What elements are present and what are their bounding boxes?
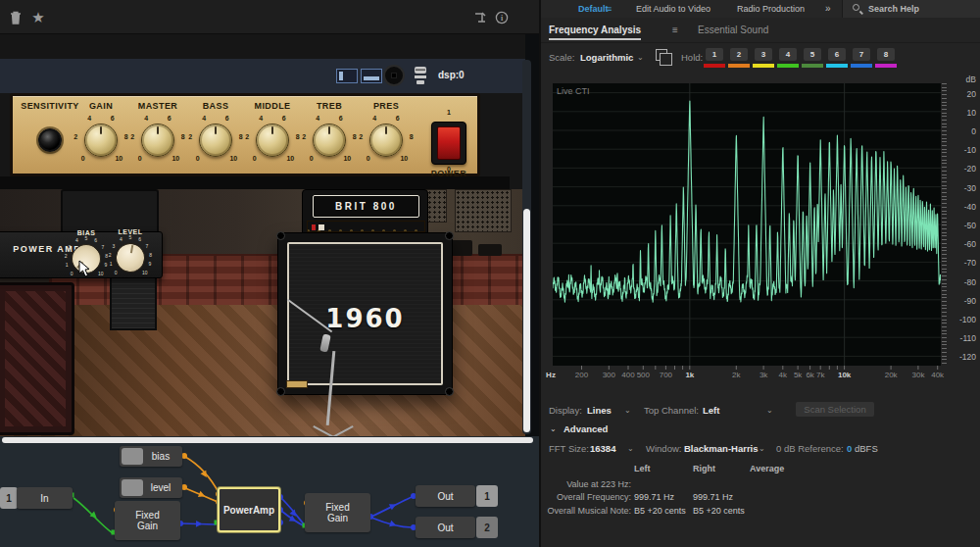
horizontal-scrollbar[interactable]	[2, 437, 533, 443]
vertical-scrollbar[interactable]	[523, 209, 530, 432]
knob-pres[interactable]	[369, 124, 403, 157]
node-in[interactable]: In	[17, 487, 73, 509]
knob-scale-number: 4	[144, 114, 148, 121]
spectrum-plot[interactable]	[553, 83, 941, 366]
out-2-badge[interactable]: 2	[476, 517, 498, 538]
hold-color-swatch-7	[851, 64, 872, 68]
knob-scale-number: 6	[138, 236, 141, 242]
node-out-1[interactable]: Out	[416, 485, 475, 507]
knob-scale-number: 9	[149, 261, 152, 267]
knob-scale-number: 8	[105, 253, 108, 259]
hold-button-3[interactable]: 3	[755, 48, 772, 61]
search-help-box[interactable]: Search Help	[842, 0, 980, 18]
hold-button-7[interactable]: 7	[853, 48, 870, 61]
workspace-tab-default[interactable]: Default	[578, 4, 609, 14]
knob-scale-number: 2	[245, 132, 249, 139]
db-reference-value[interactable]: 0	[847, 443, 852, 454]
knob-scale-number: 1	[110, 261, 113, 267]
freq-tick-label-5k: 5k	[794, 371, 802, 379]
power-rocker[interactable]	[437, 126, 461, 160]
knob-scale-number: 6	[282, 114, 286, 121]
hold-color-swatch-5	[802, 64, 823, 68]
view-layout-bottom-icon[interactable]	[361, 69, 382, 83]
amp-head[interactable]: BRIT 800	[302, 189, 428, 233]
knob-scale-number: 10	[98, 271, 104, 276]
workspace-tab-radio-production[interactable]: Radio Production	[737, 4, 805, 14]
db-reference-unit: dBFS	[855, 443, 878, 454]
chevron-down-icon[interactable]: ⌄	[624, 406, 631, 415]
workspace-overflow-chevron[interactable]: »	[825, 3, 831, 14]
speaker-cabinet[interactable]: 1960	[277, 232, 453, 395]
knob-scale-number: 0	[310, 155, 314, 162]
hold-button-2[interactable]: 2	[730, 48, 748, 61]
hold-button-5[interactable]: 5	[804, 48, 821, 61]
knob-scale-number: 6	[225, 114, 229, 121]
node-level[interactable]: level	[120, 477, 182, 498]
wire	[371, 497, 412, 517]
view-layout-left-icon[interactable]	[336, 69, 358, 83]
hold-button-4[interactable]: 4	[779, 48, 797, 61]
db-tick-label: -70	[947, 258, 976, 268]
node-bias[interactable]: bias	[120, 446, 182, 467]
db-tick-label: 20	[947, 89, 976, 99]
db-tick-label: -10	[947, 145, 976, 155]
advanced-section-label[interactable]: Advanced	[564, 423, 608, 434]
hold-button-8[interactable]: 8	[877, 48, 895, 61]
tab-frequency-analysis[interactable]: Frequency Analysis	[549, 25, 641, 40]
hold-button-6[interactable]: 6	[828, 48, 846, 61]
knob-scale-number: 7	[102, 244, 105, 250]
tab-essential-sound[interactable]: Essential Sound	[698, 25, 768, 35]
fft-size-dropdown[interactable]: 16384	[590, 443, 615, 454]
knob-middle[interactable]	[256, 124, 289, 157]
knob-scale-number: 0	[81, 155, 85, 162]
window-label: Window:	[646, 443, 681, 454]
node-poweramp[interactable]: PowerAmp	[218, 487, 280, 532]
chevron-down-icon[interactable]: ⌄	[766, 406, 773, 415]
chevron-down-icon[interactable]: ⌄	[759, 444, 765, 453]
knob-scale-number: 8	[181, 132, 185, 139]
node-out-2[interactable]: Out	[416, 517, 475, 538]
knob-label-pres: PRES	[373, 101, 399, 111]
display-dropdown[interactable]: Lines	[587, 405, 612, 416]
knob-scale-number: 0	[115, 270, 118, 275]
hold-button-1[interactable]: 1	[706, 48, 723, 61]
in-port-badge[interactable]: 1	[0, 487, 18, 509]
favorite-star-icon[interactable]: ★	[29, 9, 47, 26]
power-amp-knobs: BIAS012345678910LEVEL012345678910	[0, 189, 196, 287]
knob-gain[interactable]	[84, 124, 118, 157]
top-channel-dropdown[interactable]: Left	[703, 405, 719, 416]
signal-path-icon[interactable]	[472, 9, 490, 26]
workspace-tab-edit-audio-to-video[interactable]: Edit Audio to Video	[636, 4, 710, 14]
power-switch[interactable]	[431, 122, 466, 165]
knob-master[interactable]	[141, 124, 174, 157]
knob-label-gain: GAIN	[89, 101, 113, 111]
trash-icon[interactable]	[7, 9, 24, 26]
display-label: Display:	[549, 405, 582, 416]
chevron-down-icon[interactable]: ⌄	[627, 444, 634, 453]
freq-tick-label-1k: 1k	[685, 371, 694, 379]
db-tick-label: -40	[947, 202, 976, 212]
node-fixed-gain-1[interactable]: Fixed Gain	[115, 501, 180, 540]
knob-label-middle: MIDDLE	[255, 101, 291, 111]
record-stop-icon[interactable]	[383, 65, 405, 86]
out-1-badge[interactable]: 1	[476, 485, 498, 507]
knob-treb[interactable]	[313, 124, 346, 157]
advanced-collapse-chevron[interactable]: ⌄	[550, 424, 557, 433]
db-tick-label: -120	[947, 352, 976, 362]
node-fixed-gain-2[interactable]: Fixed Gain	[305, 493, 370, 532]
knob-label-treb: TREB	[317, 101, 342, 111]
power-on-label: 1	[447, 109, 451, 116]
panel-menu-icon[interactable]: ≡	[672, 25, 678, 35]
freq-tick-label-7k: 7k	[816, 371, 824, 379]
knob-scale-number: 1	[66, 262, 69, 268]
knob-scale-number: 0	[71, 271, 74, 276]
workspace-menu-icon[interactable]: ≡	[607, 4, 612, 14]
window-dropdown[interactable]: Blackman-Harris	[684, 443, 759, 454]
knob-scale-number: 7	[146, 243, 149, 249]
knob-bass[interactable]	[199, 124, 232, 157]
info-icon[interactable]: i	[493, 9, 511, 26]
hold-color-swatch-3	[753, 64, 774, 68]
scan-selection-button[interactable]: Scan Selection	[796, 402, 874, 417]
live-cti-label: Live CTI	[557, 86, 590, 96]
knob-scale-number: 0	[367, 155, 370, 162]
